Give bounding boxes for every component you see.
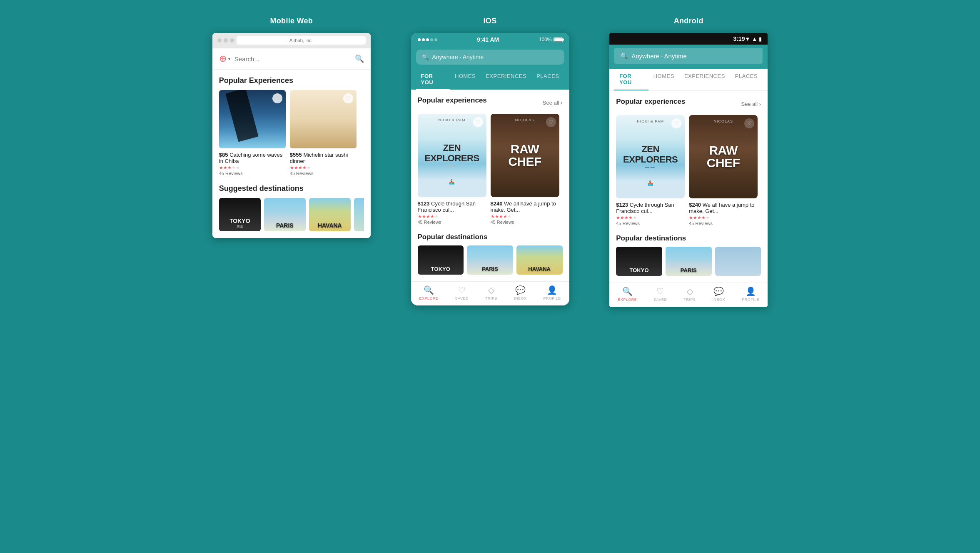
dest-tokyo[interactable]: TOKYO東京 <box>219 198 261 231</box>
web-search-input[interactable] <box>234 55 351 63</box>
zen-text: ZENEXPLORERS <box>424 143 479 168</box>
android-nav-explore-label: EXPLORE <box>618 298 637 302</box>
android-nav-inbox[interactable]: 💬 INBOX <box>713 286 726 302</box>
exp-stars-2: ★★★★★ <box>290 165 357 170</box>
android-dest-extra[interactable] <box>715 247 761 276</box>
android-dest-paris-label: PARIS <box>666 267 712 273</box>
android-exp-stars-raw: ★★★★★ <box>689 215 758 220</box>
ios-dot-5 <box>434 38 437 41</box>
android-exp-row: NICKI & PAM ZENEXPLORERS 🚣‍♀️ ♡ $123 Cyc… <box>616 115 761 226</box>
android-exp-card-raw[interactable]: NICOLAS RAWCHEF ♡ $240 We all have a jum… <box>689 115 758 226</box>
ios-search-input[interactable]: 🔍 Anywhere · Anytime <box>416 50 564 65</box>
dest-havana[interactable]: HAVANA <box>309 198 351 231</box>
ios-popular-header: Popular experiences See all <box>418 96 563 109</box>
ios-dot-4 <box>430 38 433 41</box>
ios-tab-places[interactable]: PLACES <box>531 70 564 90</box>
android-nav-explore[interactable]: 🔍 EXPLORE <box>618 286 637 302</box>
raw-text: RAWCHEF <box>508 143 541 168</box>
android-see-all[interactable]: See all <box>741 101 761 107</box>
ios-bottom-nav: 🔍 EXPLORE ♡ SAVED ◇ TRIPS 💬 INBOX 👤 <box>411 281 569 305</box>
android-heart-raw[interactable]: ♡ <box>744 118 754 128</box>
browser-bar: Airbnb, Inc. <box>212 33 371 48</box>
ios-heart-zen[interactable]: ♡ <box>473 117 483 127</box>
profile-icon: 👤 <box>547 285 557 295</box>
android-exp-card-zen[interactable]: NICKI & PAM ZENEXPLORERS 🚣‍♀️ ♡ $123 Cyc… <box>616 115 685 226</box>
heart-icon-2[interactable]: ♡ <box>343 93 353 103</box>
web-content: Popular Experiences ♡ $85 Catching some … <box>212 70 371 238</box>
trips-icon: ◇ <box>488 285 494 295</box>
ios-dest-tokyo-label: TOKYO <box>418 266 464 272</box>
ios-heart-raw[interactable]: ♡ <box>546 117 556 127</box>
ios-see-all[interactable]: See all <box>543 100 563 106</box>
nav-profile[interactable]: 👤 PROFILE <box>543 285 561 300</box>
android-trips-icon: ◇ <box>687 286 693 296</box>
heart-icon-1[interactable]: ♡ <box>272 93 282 103</box>
ios-dest-havana-label: HAVANA <box>516 266 563 272</box>
dest-paris[interactable]: PARIS <box>264 198 306 231</box>
android-wifi-icon: ▼ <box>745 36 750 42</box>
experiences-row: ♡ $85 Catching some waves in Chiba ★★★★★… <box>219 90 364 176</box>
nav-saved-label: SAVED <box>455 296 469 300</box>
android-search-input[interactable]: 🔍 Anywhere · Anytime <box>614 48 763 64</box>
browser-dots <box>217 38 234 43</box>
android-nav-inbox-label: INBOX <box>713 298 726 302</box>
android-dest-tokyo[interactable]: TOKYO <box>616 247 662 276</box>
ios-exp-price-raw: $240 We all have a jump to make. Get... <box>491 200 559 213</box>
ios-zen-img: NICKI & PAM ZENEXPLORERS 🚣‍♀️ ♡ <box>418 114 486 197</box>
ios-tab-for-you[interactable]: FOR YOU <box>416 70 450 90</box>
android-signal-icon: ▲ <box>752 36 757 42</box>
ios-exp-stars-zen: ★★★★★ <box>418 214 486 219</box>
android-exp-price-raw: $240 We all have a jump to make. Get... <box>689 202 758 214</box>
dest-extra[interactable] <box>354 198 364 231</box>
ios-signal-dots <box>418 38 437 41</box>
dest-havana-label: HAVANA <box>309 222 351 229</box>
ios-exp-reviews-raw: 45 Reviews <box>491 220 559 225</box>
ios-dest-paris[interactable]: PARIS <box>467 245 513 275</box>
search-button[interactable]: 🔍 <box>355 54 364 63</box>
experience-card-2[interactable]: ♡ $555 Michelin star sushi dinner ★★★★★ … <box>290 90 357 176</box>
android-nav-saved[interactable]: ♡ SAVED <box>653 286 667 302</box>
browser-url: Airbnb, Inc. <box>237 36 366 45</box>
android-inbox-icon: 💬 <box>713 286 724 296</box>
ios-exp-card-zen[interactable]: NICKI & PAM ZENEXPLORERS 🚣‍♀️ ♡ $123 Cyc… <box>418 114 486 225</box>
nav-saved[interactable]: ♡ SAVED <box>455 285 469 300</box>
android-dest-paris[interactable]: PARIS <box>666 247 712 276</box>
ios-time: 9:41 AM <box>477 36 499 43</box>
android-zen-img: NICKI & PAM ZENEXPLORERS 🚣‍♀️ ♡ <box>616 115 685 198</box>
nav-trips[interactable]: ◇ TRIPS <box>485 285 497 300</box>
nav-inbox[interactable]: 💬 INBOX <box>514 285 527 300</box>
ios-dest-row: TOKYO PARIS HAVANA <box>418 245 563 275</box>
dest-tokyo-sub: 東京 <box>219 224 261 229</box>
ios-search-icon: 🔍 <box>422 54 429 60</box>
android-nav-trips[interactable]: ◇ TRIPS <box>684 286 696 302</box>
ios-frame: 9:41 AM 100% 🔍 Anywhere · Anytime FOR YO… <box>411 33 569 305</box>
ios-exp-card-raw[interactable]: NICOLAS RAWCHEF ♡ $240 We all have a jum… <box>491 114 559 225</box>
ios-dot-1 <box>418 38 421 41</box>
ios-tab-experiences[interactable]: EXPERIENCES <box>481 70 531 90</box>
android-popular-dest-title: Popular destinations <box>616 234 761 243</box>
ios-content: Popular experiences See all NICKI & PAM … <box>411 90 569 281</box>
ios-exp-price-zen: $123 Cycle through San Francisco cul... <box>418 200 486 213</box>
airbnb-logo[interactable]: ⊕ ▾ <box>219 53 230 64</box>
android-content: Popular experiences See all NICKI & PAM … <box>609 91 768 283</box>
destinations-row: TOKYO東京 PARIS HAVANA <box>219 198 364 231</box>
ios-dot-2 <box>422 38 425 41</box>
ios-status-bar: 9:41 AM 100% <box>411 33 569 46</box>
android-heart-zen[interactable]: ♡ <box>671 118 681 128</box>
android-tab-experiences[interactable]: EXPERIENCES <box>679 69 730 90</box>
nav-explore[interactable]: 🔍 EXPLORE <box>419 285 439 300</box>
ios-tab-homes[interactable]: HOMES <box>450 70 481 90</box>
android-tab-homes[interactable]: HOMES <box>648 69 679 90</box>
mobile-web-section: Mobile Web Airbnb, Inc. ⊕ ▾ 🔍 <box>199 17 385 238</box>
android-tab-for-you[interactable]: FOR YOU <box>614 69 648 90</box>
nav-trips-label: TRIPS <box>485 296 497 300</box>
suggested-destinations-title: Suggested destinations <box>219 184 364 193</box>
experience-card-1[interactable]: ♡ $85 Catching some waves in Chiba ★★★★★… <box>219 90 286 176</box>
popular-experiences-title: Popular Experiences <box>219 76 364 85</box>
exp-price-1: $85 Catching some waves in Chiba <box>219 152 286 164</box>
ios-dest-tokyo[interactable]: TOKYO <box>418 245 464 275</box>
android-tab-places[interactable]: PLACES <box>730 69 763 90</box>
ios-dest-havana[interactable]: HAVANA <box>516 245 563 275</box>
android-nav-profile[interactable]: 👤 PROFILE <box>742 286 759 302</box>
exp-reviews-1: 45 Reviews <box>219 171 286 176</box>
